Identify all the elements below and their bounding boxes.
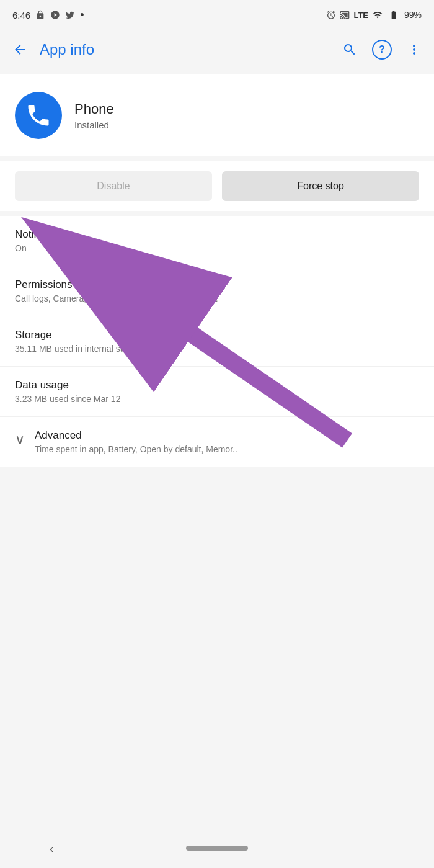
notifications-item[interactable]: Notifications On [0,216,434,266]
status-bar: 6:46 • LTE 99% [0,0,434,30]
action-buttons-row: Disable Force stop [0,161,434,211]
app-name: Phone [74,101,114,117]
search-button[interactable] [340,40,360,60]
advanced-text: Advanced Time spent in app, Battery, Ope… [35,429,237,454]
app-icon [15,92,62,139]
more-options-button[interactable] [404,40,424,60]
app-card: Phone Installed [0,74,434,156]
battery-percent: 99% [404,10,422,20]
nav-icons: ? [340,40,424,60]
cast-icon [340,10,350,20]
nav-bar: App info ? [0,30,434,69]
chevron-down-icon: ∨ [15,432,25,448]
permissions-title: Permissions [15,279,419,291]
dot-indicator: • [80,9,84,22]
storage-item[interactable]: Storage 35.11 MB used in internal storag… [0,316,434,367]
signal-icon [372,10,383,20]
advanced-subtitle: Time spent in app, Battery, Open by defa… [35,444,237,454]
notifications-title: Notifications [15,228,419,241]
back-button[interactable] [10,40,30,60]
notification-icon-1 [35,10,45,20]
data-usage-subtitle: 3.23 MB used since Mar 12 [15,394,419,404]
status-time: 6:46 • [12,9,84,22]
battery-icon [387,10,401,20]
home-indicator[interactable] [186,846,248,851]
app-install-status: Installed [74,120,114,130]
storage-subtitle: 35.11 MB used in internal storage [15,344,419,354]
storage-title: Storage [15,329,419,341]
advanced-title: Advanced [35,429,237,442]
notifications-subtitle: On [15,243,419,253]
bottom-nav: ‹ [0,828,434,868]
app-info-text: Phone Installed [74,101,114,130]
disable-button[interactable]: Disable [15,171,212,201]
time-display: 6:46 [12,10,30,20]
help-button[interactable]: ? [372,40,392,60]
lte-label: LTE [353,11,368,20]
permissions-item[interactable]: Permissions Call logs, Camera, Contacts,… [0,266,434,316]
advanced-item[interactable]: ∨ Advanced Time spent in app, Battery, O… [0,417,434,467]
page-title: App info [40,41,330,58]
force-stop-button[interactable]: Force stop [222,171,419,201]
notification-icon-3 [65,10,75,20]
notification-icon-2 [50,10,60,20]
permissions-subtitle: Call logs, Camera, Contacts, Location, M… [15,293,419,303]
status-right: LTE 99% [326,10,422,20]
data-usage-item[interactable]: Data usage 3.23 MB used since Mar 12 [0,367,434,417]
phone-icon [25,102,52,129]
alarm-icon [326,10,336,20]
data-usage-title: Data usage [15,379,419,391]
back-nav-icon[interactable]: ‹ [50,841,54,856]
